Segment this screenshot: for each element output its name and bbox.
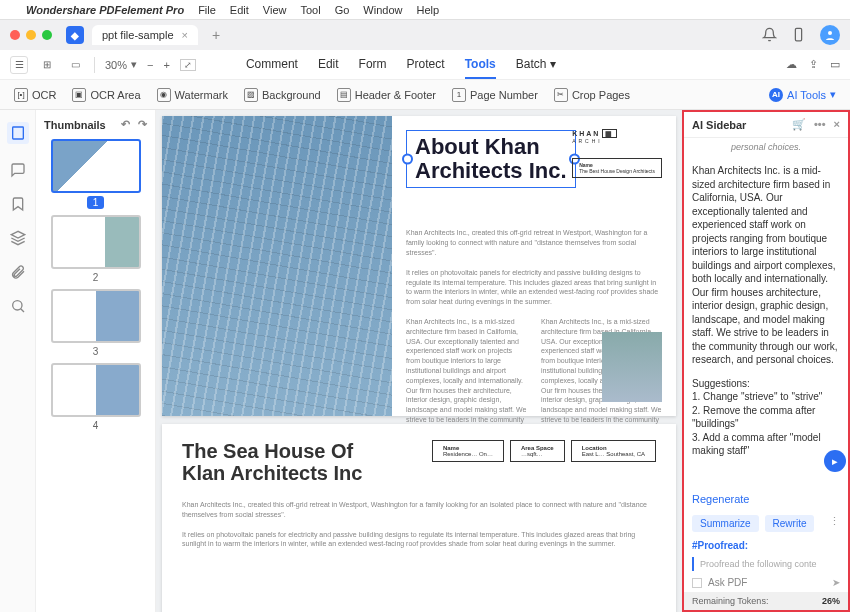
chevron-down-icon[interactable]: ▾	[131, 58, 137, 71]
menu-help[interactable]: Help	[416, 4, 439, 16]
header-footer-button[interactable]: ▤Header & Footer	[337, 88, 436, 102]
tools-toolbar: [•]OCR ▣OCR Area ◉Watermark ▨Background …	[0, 80, 850, 110]
minimize-window-icon[interactable]	[26, 30, 36, 40]
thumbnail-1[interactable]: 1	[44, 139, 147, 209]
ai-tools-button[interactable]: AIAI Tools ▾	[769, 88, 836, 102]
sidebar-title: AI Sidebar	[692, 119, 746, 131]
app-icon: ◆	[66, 26, 84, 44]
menu-edit[interactable]: Edit	[230, 4, 249, 16]
tab-title: ppt file-sample	[102, 29, 174, 41]
more-icon[interactable]: •••	[814, 118, 826, 131]
app-name[interactable]: Wondershare PDFelement Pro	[26, 4, 184, 16]
crop-pages-button[interactable]: ✂Crop Pages	[554, 88, 630, 102]
page-title: The Sea House OfKlan Architects Inc	[182, 440, 362, 484]
attachments-icon[interactable]	[10, 264, 26, 280]
close-window-icon[interactable]	[10, 30, 20, 40]
tab-close-icon[interactable]: ×	[182, 29, 188, 41]
new-tab-button[interactable]: +	[212, 27, 220, 43]
menu-tool[interactable]: Tool	[300, 4, 320, 16]
proofread-tag[interactable]: #Proofread:	[684, 536, 848, 555]
cloud-icon[interactable]: ☁	[786, 58, 797, 71]
zoom-out-button[interactable]: −	[147, 59, 153, 71]
page-2: The Sea House OfKlan Architects Inc Name…	[162, 424, 676, 612]
checkbox-icon[interactable]	[692, 578, 702, 588]
close-icon[interactable]: ×	[834, 118, 840, 131]
menu-view[interactable]: View	[263, 4, 287, 16]
primary-toolbar: ☰ ⊞ ▭ 30% ▾ − + ⤢ Comment Edit Form Prot…	[0, 50, 850, 80]
ocr-button[interactable]: [•]OCR	[14, 88, 56, 102]
page-number-button[interactable]: 1Page Number	[452, 88, 538, 102]
background-button[interactable]: ▨Background	[244, 88, 321, 102]
device-icon[interactable]	[791, 27, 806, 44]
comments-icon[interactable]	[10, 162, 26, 178]
zoom-value[interactable]: 30%	[105, 59, 127, 71]
macos-menubar: Wondershare PDFelement Pro File Edit Vie…	[0, 0, 850, 20]
tab-tools[interactable]: Tools	[465, 51, 496, 79]
tab-batch[interactable]: Batch ▾	[516, 51, 556, 79]
watermark-button[interactable]: ◉Watermark	[157, 88, 228, 102]
tab-protect[interactable]: Protect	[407, 51, 445, 79]
zoom-in-button[interactable]: +	[163, 59, 169, 71]
bookmark-icon[interactable]: ▭	[830, 58, 840, 71]
tab-form[interactable]: Form	[359, 51, 387, 79]
thumbnail-2[interactable]: 2	[44, 215, 147, 283]
tokens-status: Remaining Tokens: 26%	[684, 592, 848, 610]
document-tab[interactable]: ppt file-sample ×	[92, 25, 198, 45]
rotate-right-icon[interactable]: ↷	[138, 118, 147, 131]
ocr-area-button[interactable]: ▣OCR Area	[72, 88, 140, 102]
window-titlebar: ◆ ppt file-sample × +	[0, 20, 850, 50]
ask-pdf-label[interactable]: Ask PDF	[708, 577, 747, 588]
building-image-small	[602, 332, 662, 402]
thumbnail-3[interactable]: 3	[44, 289, 147, 357]
layers-icon[interactable]	[10, 230, 26, 246]
thumbnail-4[interactable]: 4	[44, 363, 147, 431]
fullscreen-window-icon[interactable]	[42, 30, 52, 40]
selected-text-box[interactable]: About KhanArchitects Inc.	[406, 130, 576, 188]
spec-boxes: NameResidence… On… Area Space…sqft… Loca…	[432, 440, 656, 462]
page-1: About KhanArchitects Inc. KHAN▦ ARCHI Na…	[162, 116, 676, 416]
body-text: It relies on photovoltaic panels for ele…	[182, 530, 656, 550]
menu-file[interactable]: File	[198, 4, 216, 16]
float-doc-icon[interactable]: ▸	[824, 450, 846, 472]
reader-view-icon[interactable]: ▭	[66, 56, 84, 74]
body-text: Khan Architects Inc., created this off-g…	[406, 228, 662, 257]
thumbnails-title: Thumbnails	[44, 119, 106, 131]
thumbnails-panel: Thumbnails ↶ ↷ 1 2 3 4	[36, 110, 156, 612]
building-image	[162, 116, 392, 416]
svg-point-1	[828, 31, 832, 35]
document-canvas[interactable]: About KhanArchitects Inc. KHAN▦ ARCHI Na…	[156, 110, 682, 612]
left-rail	[0, 110, 36, 612]
company-logo: KHAN▦ ARCHI NameThe Best House Design Ar…	[572, 130, 662, 178]
rotate-left-icon[interactable]: ↶	[121, 118, 130, 131]
prompt-input[interactable]: Proofread the following conte	[692, 557, 840, 571]
search-icon[interactable]	[10, 298, 26, 314]
send-icon[interactable]: ➤	[832, 577, 840, 588]
cart-icon[interactable]: 🛒	[792, 118, 806, 131]
ai-sidebar: AI Sidebar 🛒 ••• × personal choices. Kha…	[682, 110, 850, 612]
body-text: Khan Architects Inc., created this off-g…	[182, 500, 656, 520]
user-avatar[interactable]	[820, 25, 840, 45]
bell-icon[interactable]	[762, 27, 777, 44]
expand-icon[interactable]: ⤢	[180, 59, 196, 71]
tab-edit[interactable]: Edit	[318, 51, 339, 79]
menu-go[interactable]: Go	[335, 4, 350, 16]
svg-rect-2	[12, 127, 23, 139]
body-text: It relies on photovoltaic panels for ele…	[406, 268, 662, 307]
thumbnails-icon[interactable]	[7, 122, 29, 144]
traffic-lights[interactable]	[10, 30, 52, 40]
rewrite-button[interactable]: Rewrite	[765, 515, 815, 532]
ai-response: Khan Architects Inc. is a mid-sized arch…	[684, 156, 848, 487]
prev-response-tail: personal choices.	[684, 138, 848, 156]
summarize-button[interactable]: Summarize	[692, 515, 759, 532]
menu-window[interactable]: Window	[363, 4, 402, 16]
grid-view-icon[interactable]: ⊞	[38, 56, 56, 74]
bookmarks-icon[interactable]	[10, 196, 26, 212]
share-icon[interactable]: ⇪	[809, 58, 818, 71]
svg-rect-0	[795, 28, 801, 41]
sidebar-toggle-icon[interactable]: ☰	[10, 56, 28, 74]
more-actions-icon[interactable]: ⋮	[829, 515, 840, 532]
tab-comment[interactable]: Comment	[246, 51, 298, 79]
regenerate-button[interactable]: Regenerate	[684, 487, 848, 511]
svg-point-3	[12, 301, 21, 310]
